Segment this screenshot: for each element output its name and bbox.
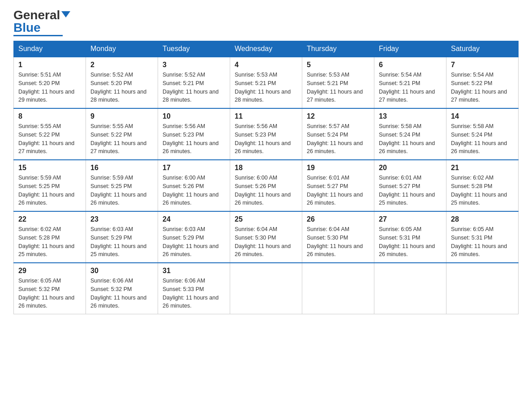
calendar-week-row: 15 Sunrise: 5:59 AM Sunset: 5:25 PM Dayl… — [14, 160, 519, 211]
calendar-week-row: 22 Sunrise: 6:02 AM Sunset: 5:28 PM Dayl… — [14, 211, 519, 263]
logo-blue-text: Blue — [13, 21, 70, 34]
calendar-table: SundayMondayTuesdayWednesdayThursdayFrid… — [13, 41, 519, 314]
calendar-week-row: 1 Sunrise: 5:51 AM Sunset: 5:20 PM Dayli… — [14, 57, 519, 108]
day-info: Sunrise: 5:56 AM Sunset: 5:23 PM Dayligh… — [235, 122, 297, 156]
day-number: 20 — [379, 164, 442, 172]
calendar-day-cell: 11 Sunrise: 5:56 AM Sunset: 5:23 PM Dayl… — [230, 108, 302, 160]
day-number: 31 — [163, 267, 225, 275]
day-number: 2 — [90, 61, 153, 69]
calendar-day-cell: 2 Sunrise: 5:52 AM Sunset: 5:20 PM Dayli… — [86, 57, 158, 108]
day-info: Sunrise: 6:03 AM Sunset: 5:29 PM Dayligh… — [163, 225, 225, 259]
calendar-day-cell: 19 Sunrise: 6:01 AM Sunset: 5:27 PM Dayl… — [302, 160, 374, 211]
day-number: 1 — [18, 61, 81, 69]
day-number: 7 — [451, 61, 514, 69]
calendar-day-cell: 6 Sunrise: 5:54 AM Sunset: 5:21 PM Dayli… — [374, 57, 446, 108]
weekday-header-friday: Friday — [374, 41, 446, 57]
calendar-day-cell: 17 Sunrise: 6:00 AM Sunset: 5:26 PM Dayl… — [158, 160, 230, 211]
calendar-day-cell: 31 Sunrise: 6:06 AM Sunset: 5:33 PM Dayl… — [158, 263, 230, 314]
day-number: 3 — [163, 61, 225, 69]
day-number: 22 — [18, 215, 81, 223]
day-info: Sunrise: 6:00 AM Sunset: 5:26 PM Dayligh… — [235, 174, 297, 207]
calendar-day-cell: 9 Sunrise: 5:55 AM Sunset: 5:22 PM Dayli… — [86, 108, 158, 160]
day-number: 21 — [451, 164, 514, 172]
calendar-day-cell: 12 Sunrise: 5:57 AM Sunset: 5:24 PM Dayl… — [302, 108, 374, 160]
day-info: Sunrise: 6:03 AM Sunset: 5:29 PM Dayligh… — [90, 225, 153, 259]
calendar-day-cell: 26 Sunrise: 6:04 AM Sunset: 5:30 PM Dayl… — [302, 211, 374, 263]
day-number: 19 — [307, 164, 369, 172]
page-header: General Blue — [13, 9, 519, 36]
calendar-day-cell: 1 Sunrise: 5:51 AM Sunset: 5:20 PM Dayli… — [14, 57, 86, 108]
weekday-header-tuesday: Tuesday — [158, 41, 230, 57]
logo-triangle-icon — [61, 11, 70, 17]
day-number: 23 — [90, 215, 153, 223]
calendar-day-cell: 14 Sunrise: 5:58 AM Sunset: 5:24 PM Dayl… — [446, 108, 519, 160]
day-number: 17 — [163, 164, 225, 172]
day-number: 11 — [235, 112, 297, 120]
calendar-day-cell: 5 Sunrise: 5:53 AM Sunset: 5:21 PM Dayli… — [302, 57, 374, 108]
weekday-header-wednesday: Wednesday — [230, 41, 302, 57]
calendar-week-row: 8 Sunrise: 5:55 AM Sunset: 5:22 PM Dayli… — [14, 108, 519, 160]
calendar-day-cell: 18 Sunrise: 6:00 AM Sunset: 5:26 PM Dayl… — [230, 160, 302, 211]
day-number: 26 — [307, 215, 369, 223]
day-info: Sunrise: 6:04 AM Sunset: 5:30 PM Dayligh… — [235, 225, 297, 259]
empty-cell — [230, 263, 302, 314]
calendar-day-cell: 23 Sunrise: 6:03 AM Sunset: 5:29 PM Dayl… — [86, 211, 158, 263]
calendar-day-cell: 22 Sunrise: 6:02 AM Sunset: 5:28 PM Dayl… — [14, 211, 86, 263]
day-info: Sunrise: 6:02 AM Sunset: 5:28 PM Dayligh… — [451, 174, 514, 207]
calendar-day-cell: 7 Sunrise: 5:54 AM Sunset: 5:22 PM Dayli… — [446, 57, 519, 108]
calendar-day-cell: 25 Sunrise: 6:04 AM Sunset: 5:30 PM Dayl… — [230, 211, 302, 263]
calendar-day-cell: 10 Sunrise: 5:56 AM Sunset: 5:23 PM Dayl… — [158, 108, 230, 160]
day-info: Sunrise: 5:54 AM Sunset: 5:22 PM Dayligh… — [451, 71, 514, 104]
logo: General Blue — [13, 9, 70, 36]
empty-cell — [446, 263, 519, 314]
calendar-day-cell: 3 Sunrise: 5:52 AM Sunset: 5:21 PM Dayli… — [158, 57, 230, 108]
day-info: Sunrise: 6:05 AM Sunset: 5:32 PM Dayligh… — [18, 277, 81, 310]
day-info: Sunrise: 5:58 AM Sunset: 5:24 PM Dayligh… — [379, 122, 442, 156]
day-info: Sunrise: 5:56 AM Sunset: 5:23 PM Dayligh… — [163, 122, 225, 156]
day-number: 30 — [90, 267, 153, 275]
calendar-day-cell: 21 Sunrise: 6:02 AM Sunset: 5:28 PM Dayl… — [446, 160, 519, 211]
day-info: Sunrise: 5:55 AM Sunset: 5:22 PM Dayligh… — [18, 122, 81, 156]
day-number: 25 — [235, 215, 297, 223]
day-info: Sunrise: 5:57 AM Sunset: 5:24 PM Dayligh… — [307, 122, 369, 156]
day-info: Sunrise: 5:59 AM Sunset: 5:25 PM Dayligh… — [18, 174, 81, 207]
empty-cell — [302, 263, 374, 314]
day-info: Sunrise: 5:55 AM Sunset: 5:22 PM Dayligh… — [90, 122, 153, 156]
day-number: 12 — [307, 112, 369, 120]
day-number: 28 — [451, 215, 514, 223]
weekday-header-thursday: Thursday — [302, 41, 374, 57]
day-info: Sunrise: 6:02 AM Sunset: 5:28 PM Dayligh… — [18, 225, 81, 259]
calendar-day-cell: 24 Sunrise: 6:03 AM Sunset: 5:29 PM Dayl… — [158, 211, 230, 263]
day-info: Sunrise: 5:51 AM Sunset: 5:20 PM Dayligh… — [18, 71, 81, 104]
logo-general-text: General — [13, 9, 60, 21]
calendar-day-cell: 13 Sunrise: 5:58 AM Sunset: 5:24 PM Dayl… — [374, 108, 446, 160]
day-number: 16 — [90, 164, 153, 172]
day-info: Sunrise: 5:59 AM Sunset: 5:25 PM Dayligh… — [90, 174, 153, 207]
day-number: 29 — [18, 267, 81, 275]
day-info: Sunrise: 6:04 AM Sunset: 5:30 PM Dayligh… — [307, 225, 369, 259]
day-number: 8 — [18, 112, 81, 120]
calendar-day-cell: 16 Sunrise: 5:59 AM Sunset: 5:25 PM Dayl… — [86, 160, 158, 211]
day-number: 15 — [18, 164, 81, 172]
day-number: 27 — [379, 215, 442, 223]
day-number: 14 — [451, 112, 514, 120]
day-number: 10 — [163, 112, 225, 120]
day-info: Sunrise: 6:05 AM Sunset: 5:31 PM Dayligh… — [451, 225, 514, 259]
day-number: 18 — [235, 164, 297, 172]
day-info: Sunrise: 5:53 AM Sunset: 5:21 PM Dayligh… — [307, 71, 369, 104]
calendar-day-cell: 20 Sunrise: 6:01 AM Sunset: 5:27 PM Dayl… — [374, 160, 446, 211]
day-number: 6 — [379, 61, 442, 69]
day-info: Sunrise: 5:58 AM Sunset: 5:24 PM Dayligh… — [451, 122, 514, 156]
day-info: Sunrise: 6:06 AM Sunset: 5:33 PM Dayligh… — [163, 277, 225, 310]
weekday-header-sunday: Sunday — [14, 41, 86, 57]
day-info: Sunrise: 5:53 AM Sunset: 5:21 PM Dayligh… — [235, 71, 297, 104]
day-info: Sunrise: 5:54 AM Sunset: 5:21 PM Dayligh… — [379, 71, 442, 104]
calendar-day-cell: 8 Sunrise: 5:55 AM Sunset: 5:22 PM Dayli… — [14, 108, 86, 160]
calendar-day-cell: 30 Sunrise: 6:06 AM Sunset: 5:32 PM Dayl… — [86, 263, 158, 314]
day-number: 13 — [379, 112, 442, 120]
day-number: 4 — [235, 61, 297, 69]
calendar-day-cell: 29 Sunrise: 6:05 AM Sunset: 5:32 PM Dayl… — [14, 263, 86, 314]
day-info: Sunrise: 6:06 AM Sunset: 5:32 PM Dayligh… — [90, 277, 153, 310]
calendar-week-row: 29 Sunrise: 6:05 AM Sunset: 5:32 PM Dayl… — [14, 263, 519, 314]
weekday-header-saturday: Saturday — [446, 41, 519, 57]
